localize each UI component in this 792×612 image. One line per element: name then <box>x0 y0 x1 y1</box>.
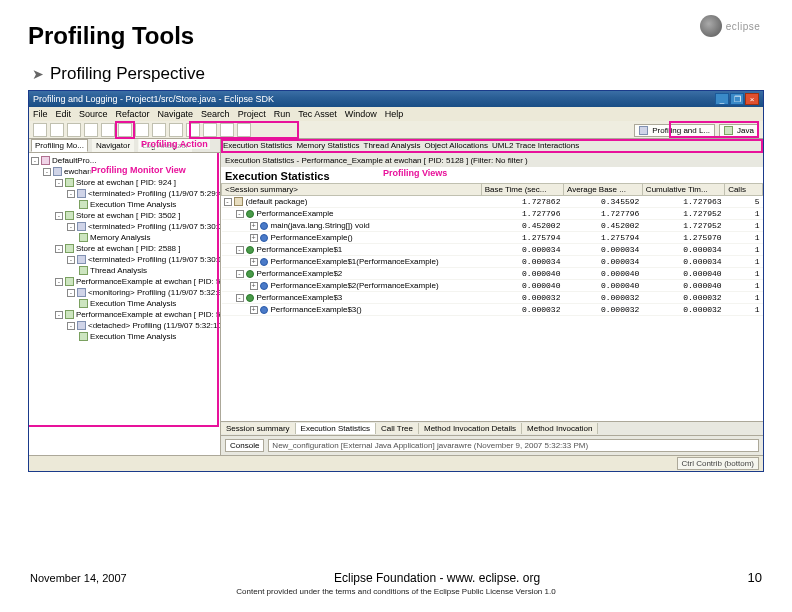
toolbar-run-icon[interactable] <box>101 123 115 137</box>
agent-icon <box>77 222 86 231</box>
tree-node: Memory Analysis <box>90 233 150 242</box>
table-row[interactable]: +main(java.lang.String[]) void0.4520020.… <box>222 220 763 232</box>
menu-item[interactable]: File <box>33 109 48 119</box>
table-row[interactable]: +PerformanceExample$1(PerformanceExample… <box>222 256 763 268</box>
toolbar-misc-icon[interactable] <box>169 123 183 137</box>
menubar: File Edit Source Refactor Navigate Searc… <box>29 107 763 121</box>
window-titlebar[interactable]: Profiling and Logging - Project1/src/Sto… <box>29 91 763 107</box>
perspective-switcher: Profiling and L... Java <box>634 123 759 137</box>
tab-profiling-monitor[interactable]: Profiling Mo... <box>31 139 88 152</box>
stab-method-inv[interactable]: Method Invocation <box>522 423 598 434</box>
project-icon <box>41 156 50 165</box>
stab-calltree[interactable]: Call Tree <box>376 423 419 434</box>
tab-memory-stats[interactable]: Memory Statistics <box>296 141 359 150</box>
tab-console[interactable]: Console <box>225 439 264 452</box>
menu-item[interactable]: Edit <box>56 109 72 119</box>
col-avgbase[interactable]: Average Base ... <box>563 184 642 196</box>
tree-node: Store at ewchan [ PID: 3502 ] <box>76 211 181 220</box>
mth-icon <box>260 282 268 290</box>
eclipse-orb-icon <box>700 15 722 37</box>
menu-item[interactable]: Tec Asset <box>298 109 337 119</box>
table-row[interactable]: -PerformanceExample1.7277961.7277961.727… <box>222 208 763 220</box>
tab-uml2-trace[interactable]: UML2 Trace Interactions <box>492 141 579 150</box>
toolbar-misc3-icon[interactable] <box>203 123 217 137</box>
table-row[interactable]: -(default package)1.7278620.3455921.7279… <box>222 196 763 208</box>
table-row[interactable]: -PerformanceExample$30.0000320.0000320.0… <box>222 292 763 304</box>
stab-session[interactable]: Session summary <box>221 423 296 434</box>
footer-page-number: 10 <box>748 570 762 585</box>
perspective-profiling-label: Profiling and L... <box>652 126 710 135</box>
table-row[interactable]: +PerformanceExample()1.2757941.2757941.2… <box>222 232 763 244</box>
exec-stats-table[interactable]: <Session summary> Base Time (sec... Aver… <box>221 183 763 316</box>
tree-node: Store at ewchan [ PID: 924 ] <box>76 178 176 187</box>
menu-item[interactable]: Source <box>79 109 108 119</box>
col-package[interactable]: <Session summary> <box>222 184 482 196</box>
menu-item[interactable]: Navigate <box>158 109 194 119</box>
tab-log-analyzer[interactable]: Log Analyzer <box>138 139 192 152</box>
table-row[interactable]: +PerformanceExample$2(PerformanceExample… <box>222 280 763 292</box>
toolbar-misc2-icon[interactable] <box>186 123 200 137</box>
col-cumtime[interactable]: Cumulative Tim... <box>642 184 724 196</box>
main-area: Profiling Mo... Navigator Log Analyzer -… <box>29 139 763 455</box>
toolbar-new-icon[interactable] <box>33 123 47 137</box>
window-minimize-button[interactable]: _ <box>715 93 729 105</box>
cls-icon <box>246 294 254 302</box>
analysis-icon <box>79 299 88 308</box>
tree-host: ewchan <box>64 167 92 176</box>
toolbar-nav-fwd-icon[interactable] <box>237 123 251 137</box>
window-maximize-button[interactable]: ❐ <box>730 93 744 105</box>
eclipse-window: Profiling and Logging - Project1/src/Sto… <box>28 90 764 472</box>
agent-icon <box>77 255 86 264</box>
agent-icon <box>77 288 86 297</box>
window-title: Profiling and Logging - Project1/src/Sto… <box>33 94 274 104</box>
toolbar-save-icon[interactable] <box>50 123 64 137</box>
toolbar-openview-icon[interactable] <box>135 123 149 137</box>
menu-item[interactable]: Help <box>385 109 404 119</box>
stat-subtitle: Execution Statistics - Performance_Examp… <box>221 153 763 167</box>
cls-icon <box>246 246 254 254</box>
analysis-icon <box>79 233 88 242</box>
tab-navigator[interactable]: Navigator <box>92 139 134 152</box>
menu-item[interactable]: Project <box>238 109 266 119</box>
menu-item[interactable]: Window <box>345 109 377 119</box>
menu-item[interactable]: Refactor <box>116 109 150 119</box>
stab-method-details[interactable]: Method Invocation Details <box>419 423 522 434</box>
right-column: Execution Statistics Memory Statistics T… <box>221 139 763 455</box>
footer-date: November 14, 2007 <box>30 572 127 584</box>
agent-icon <box>77 321 86 330</box>
eclipse-logo-text: eclipse <box>726 21 761 32</box>
stab-exec[interactable]: Execution Statistics <box>296 423 376 434</box>
table-row[interactable]: -PerformanceExample$20.0000400.0000400.0… <box>222 268 763 280</box>
analysis-icon <box>79 200 88 209</box>
col-basetime[interactable]: Base Time (sec... <box>481 184 563 196</box>
process-icon <box>65 178 74 187</box>
left-column: Profiling Mo... Navigator Log Analyzer -… <box>29 139 221 455</box>
perspective-profiling-button[interactable]: Profiling and L... <box>634 124 715 137</box>
menu-item[interactable]: Run <box>274 109 291 119</box>
toolbar-print-icon[interactable] <box>67 123 81 137</box>
col-calls[interactable]: Calls <box>725 184 763 196</box>
tree-node: Store at ewchan [ PID: 2588 ] <box>76 244 181 253</box>
table-row[interactable]: -PerformanceExample$10.0000340.0000340.0… <box>222 244 763 256</box>
window-close-button[interactable]: × <box>745 93 759 105</box>
process-icon <box>65 244 74 253</box>
perspective-java-button[interactable]: Java <box>719 124 759 137</box>
status-trim: Ctrl Contrib (bottom) <box>677 457 759 470</box>
tree-node: <monitoring> Profiling (11/9/07 5:32:36 … <box>88 288 220 297</box>
mth-icon <box>260 222 268 230</box>
menu-item[interactable]: Search <box>201 109 230 119</box>
toolbar-nav-back-icon[interactable] <box>220 123 234 137</box>
mth-icon <box>260 306 268 314</box>
console-output: New_configuration [External Java Applica… <box>268 439 759 452</box>
tab-exec-stats[interactable]: Execution Statistics <box>223 141 292 150</box>
toolbar-openview2-icon[interactable] <box>152 123 166 137</box>
profiling-monitor-tree[interactable]: -DefaultPro... Profiling Monitor View -e… <box>29 153 220 455</box>
perspective-profiling-icon <box>639 126 648 135</box>
left-tabs: Profiling Mo... Navigator Log Analyzer <box>29 139 220 153</box>
toolbar-profile-icon[interactable] <box>118 123 132 137</box>
table-row[interactable]: +PerformanceExample$3()0.0000320.0000320… <box>222 304 763 316</box>
toolbar-debug-icon[interactable] <box>84 123 98 137</box>
tab-object-alloc[interactable]: Object Allocations <box>424 141 488 150</box>
tree-root: DefaultPro... <box>52 156 96 165</box>
tab-thread-analysis[interactable]: Thread Analysis <box>364 141 421 150</box>
